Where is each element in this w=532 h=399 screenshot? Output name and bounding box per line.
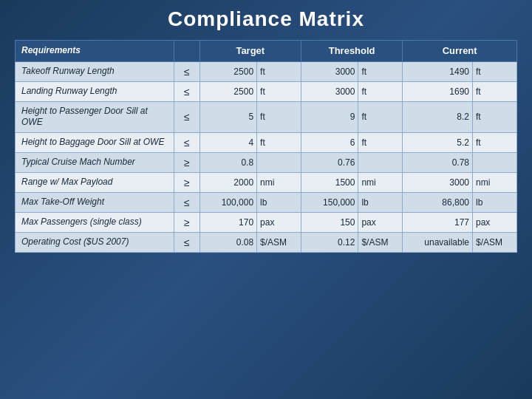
- cell-requirement: Max Passengers (single class): [16, 212, 174, 232]
- table-row: Takeoff Runway Length ≤ 2500 ft 3000 ft …: [16, 61, 517, 81]
- cell-symbol: ≤: [174, 192, 200, 212]
- cell-thresh-num: 9: [301, 101, 358, 132]
- cell-target-num: 5: [200, 101, 256, 132]
- cell-curr-num: 1490: [403, 61, 473, 81]
- cell-thresh-unit: ft: [358, 132, 403, 152]
- table-row: Landing Runway Length ≤ 2500 ft 3000 ft …: [16, 81, 517, 101]
- cell-target-unit: ft: [257, 61, 301, 81]
- cell-target-num: 4: [200, 132, 256, 152]
- cell-curr-num: 1690: [403, 81, 473, 101]
- header-requirements: Requirements: [16, 41, 174, 62]
- table-row: Operating Cost ($US 2007) ≤ 0.08 $/ASM 0…: [16, 232, 517, 252]
- cell-thresh-unit: ft: [358, 61, 403, 81]
- cell-symbol: ≤: [174, 232, 200, 252]
- cell-thresh-num: 3000: [301, 61, 358, 81]
- cell-target-num: 100,000: [200, 192, 256, 212]
- cell-target-unit: nmi: [257, 172, 301, 192]
- cell-curr-num: unavailable: [403, 232, 473, 252]
- cell-thresh-unit: pax: [358, 212, 403, 232]
- cell-thresh-unit: ft: [358, 101, 403, 132]
- cell-target-unit: pax: [257, 212, 301, 232]
- cell-thresh-num: 0.76: [301, 152, 358, 172]
- cell-curr-unit: pax: [473, 212, 517, 232]
- table-row: Range w/ Max Payload ≥ 2000 nmi 1500 nmi…: [16, 172, 517, 192]
- cell-target-unit: ft: [257, 101, 301, 132]
- cell-thresh-unit: $/ASM: [358, 232, 403, 252]
- cell-requirement: Max Take-Off Weight: [16, 192, 174, 212]
- cell-symbol: ≥: [174, 212, 200, 232]
- cell-requirement: Range w/ Max Payload: [16, 172, 174, 192]
- cell-target-unit: lb: [257, 192, 301, 212]
- cell-curr-num: 177: [403, 212, 473, 232]
- cell-target-unit: $/ASM: [257, 232, 301, 252]
- cell-curr-unit: $/ASM: [473, 232, 517, 252]
- cell-target-unit: ft: [257, 132, 301, 152]
- cell-curr-unit: [473, 152, 517, 172]
- page-container: Compliance Matrix Requirements Target Th…: [0, 0, 532, 399]
- cell-requirement: Operating Cost ($US 2007): [16, 232, 174, 252]
- cell-thresh-num: 150,000: [301, 192, 358, 212]
- cell-symbol: ≤: [174, 132, 200, 152]
- cell-curr-unit: ft: [473, 61, 517, 81]
- cell-curr-unit: ft: [473, 81, 517, 101]
- cell-symbol: ≥: [174, 172, 200, 192]
- cell-target-num: 0.08: [200, 232, 256, 252]
- cell-requirement: Takeoff Runway Length: [16, 61, 174, 81]
- cell-curr-unit: ft: [473, 132, 517, 152]
- cell-target-num: 0.8: [200, 152, 256, 172]
- cell-requirement: Typical Cruise Mach Number: [16, 152, 174, 172]
- cell-target-num: 170: [200, 212, 256, 232]
- cell-target-num: 2000: [200, 172, 256, 192]
- cell-thresh-num: 150: [301, 212, 358, 232]
- cell-target-num: 2500: [200, 81, 256, 101]
- cell-thresh-unit: ft: [358, 81, 403, 101]
- cell-curr-num: 86,800: [403, 192, 473, 212]
- cell-curr-num: 3000: [403, 172, 473, 192]
- cell-symbol: ≤: [174, 101, 200, 132]
- cell-target-unit: ft: [257, 81, 301, 101]
- cell-thresh-num: 3000: [301, 81, 358, 101]
- cell-target-num: 2500: [200, 61, 256, 81]
- cell-thresh-num: 1500: [301, 172, 358, 192]
- table-row: Max Take-Off Weight ≤ 100,000 lb 150,000…: [16, 192, 517, 212]
- cell-thresh-num: 6: [301, 132, 358, 152]
- header-current: Current: [403, 41, 517, 62]
- cell-symbol: ≤: [174, 61, 200, 81]
- header-target: Target: [200, 41, 301, 62]
- cell-curr-num: 8.2: [403, 101, 473, 132]
- cell-curr-num: 0.78: [403, 152, 473, 172]
- cell-symbol: ≤: [174, 81, 200, 101]
- page-title: Compliance Matrix: [168, 7, 364, 31]
- cell-requirement: Landing Runway Length: [16, 81, 174, 101]
- cell-target-unit: [257, 152, 301, 172]
- cell-requirement: Height to Passenger Door Sill at OWE: [16, 101, 174, 132]
- table-row: Typical Cruise Mach Number ≥ 0.8 0.76 0.…: [16, 152, 517, 172]
- cell-symbol: ≥: [174, 152, 200, 172]
- cell-thresh-num: 0.12: [301, 232, 358, 252]
- cell-curr-unit: ft: [473, 101, 517, 132]
- cell-thresh-unit: nmi: [358, 172, 403, 192]
- table-row: Max Passengers (single class) ≥ 170 pax …: [16, 212, 517, 232]
- cell-curr-unit: lb: [473, 192, 517, 212]
- cell-curr-unit: nmi: [473, 172, 517, 192]
- cell-curr-num: 5.2: [403, 132, 473, 152]
- cell-thresh-unit: [358, 152, 403, 172]
- header-symbol: [174, 41, 200, 62]
- table-row: Height to Baggage Door Sill at OWE ≤ 4 f…: [16, 132, 517, 152]
- cell-requirement: Height to Baggage Door Sill at OWE: [16, 132, 174, 152]
- cell-thresh-unit: lb: [358, 192, 403, 212]
- header-threshold: Threshold: [301, 41, 402, 62]
- table-row: Height to Passenger Door Sill at OWE ≤ 5…: [16, 101, 517, 132]
- compliance-table: Requirements Target Threshold Current Ta…: [15, 40, 517, 253]
